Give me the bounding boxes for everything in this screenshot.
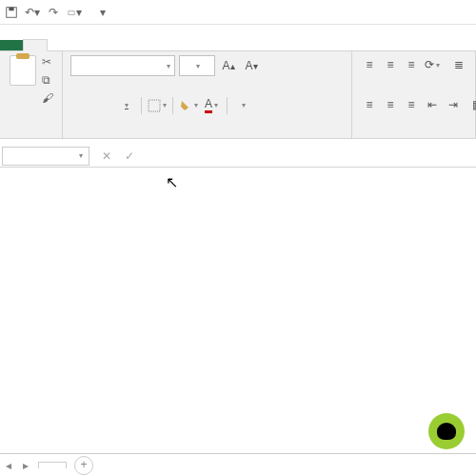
qat-customize-icon[interactable]: ▾ bbox=[95, 5, 110, 20]
font-size-combo[interactable]: ▾ bbox=[179, 55, 215, 76]
align-left-icon[interactable]: ≡ bbox=[360, 95, 379, 114]
cancel-icon[interactable]: ✕ bbox=[95, 149, 118, 163]
redo-icon[interactable]: ↷ bbox=[46, 5, 61, 20]
save-icon[interactable] bbox=[4, 5, 19, 20]
merge-icon[interactable]: ▦ bbox=[470, 95, 476, 114]
tab-layout[interactable] bbox=[93, 40, 116, 50]
svg-rect-2 bbox=[69, 10, 74, 14]
align-bottom-icon[interactable]: ≡ bbox=[402, 55, 421, 74]
sheet-nav-prev-icon[interactable]: ◂ bbox=[0, 459, 17, 472]
tab-home[interactable] bbox=[23, 39, 48, 51]
font-name-combo[interactable]: ▾ bbox=[70, 55, 175, 76]
separator bbox=[227, 97, 228, 114]
wrap-text-icon[interactable]: ≣ bbox=[449, 55, 468, 74]
touch-icon[interactable]: ▾ bbox=[67, 5, 82, 20]
watermark bbox=[428, 413, 470, 449]
tab-view[interactable] bbox=[185, 40, 208, 50]
cursor-icon: ↖ bbox=[166, 173, 178, 191]
grow-font-icon[interactable]: A▴ bbox=[219, 56, 238, 75]
formula-bar: ▾ ✕ ✓ bbox=[0, 145, 476, 168]
sheet-tab[interactable] bbox=[38, 462, 67, 468]
tab-data[interactable] bbox=[139, 40, 162, 50]
orientation-icon[interactable]: ⟳ bbox=[423, 55, 442, 74]
svg-rect-1 bbox=[9, 7, 13, 10]
copy-icon[interactable]: ⧉ bbox=[42, 73, 53, 87]
align-group-label bbox=[360, 134, 467, 136]
italic-button[interactable] bbox=[93, 96, 112, 115]
align-top-icon[interactable]: ≡ bbox=[360, 55, 379, 74]
font-color-button[interactable]: A bbox=[202, 96, 221, 115]
tab-file[interactable] bbox=[0, 40, 23, 50]
tab-formula[interactable] bbox=[116, 40, 139, 50]
svg-rect-3 bbox=[149, 100, 160, 111]
group-clipboard: ✂ ⧉ 🖌 bbox=[0, 51, 63, 138]
undo-icon[interactable]: ↶▾ bbox=[25, 5, 40, 20]
indent-inc-icon[interactable]: ⇥ bbox=[444, 95, 463, 114]
phonetic-button[interactable] bbox=[233, 96, 252, 115]
ribbon: ✂ ⧉ 🖌 ▾ ▾ A▴ A▾ A ≡ bbox=[0, 51, 476, 139]
tab-insert[interactable] bbox=[70, 40, 93, 50]
format-painter-icon[interactable]: 🖌 bbox=[42, 91, 53, 105]
watermark-logo-icon bbox=[428, 413, 465, 449]
quick-access-toolbar: ↶▾ ↷ ▾ ▾ bbox=[0, 0, 476, 25]
clipboard-group-label bbox=[8, 134, 54, 136]
sheet-tab-bar: ◂ ▸ + bbox=[0, 453, 476, 476]
sheet-nav-next-icon[interactable]: ▸ bbox=[17, 459, 34, 472]
shrink-font-icon[interactable]: A▾ bbox=[242, 56, 261, 75]
name-box[interactable]: ▾ bbox=[2, 147, 89, 166]
ribbon-tabs bbox=[0, 25, 476, 51]
paste-button[interactable] bbox=[8, 55, 38, 105]
bold-button[interactable] bbox=[70, 96, 89, 115]
font-group-label bbox=[70, 134, 344, 136]
enter-icon[interactable]: ✓ bbox=[118, 149, 141, 163]
border-button[interactable] bbox=[148, 96, 167, 115]
align-center-icon[interactable]: ≡ bbox=[381, 95, 400, 114]
paste-icon bbox=[10, 55, 36, 86]
tab-fangfang[interactable] bbox=[48, 40, 70, 50]
group-font: ▾ ▾ A▴ A▾ A bbox=[63, 51, 352, 138]
cut-icon[interactable]: ✂ bbox=[42, 55, 53, 69]
indent-dec-icon[interactable]: ⇤ bbox=[423, 95, 442, 114]
align-right-icon[interactable]: ≡ bbox=[402, 95, 421, 114]
add-sheet-icon[interactable]: + bbox=[74, 456, 93, 475]
underline-button[interactable] bbox=[116, 96, 135, 115]
tab-review[interactable] bbox=[162, 40, 185, 50]
separator bbox=[141, 97, 142, 114]
group-align: ≡ ≡ ≡ ⟳ ≣ ≡ ≡ ≡ ⇤ ⇥ ▦ bbox=[352, 51, 476, 138]
fill-color-button[interactable] bbox=[179, 96, 198, 115]
separator bbox=[172, 97, 173, 114]
align-middle-icon[interactable]: ≡ bbox=[381, 55, 400, 74]
